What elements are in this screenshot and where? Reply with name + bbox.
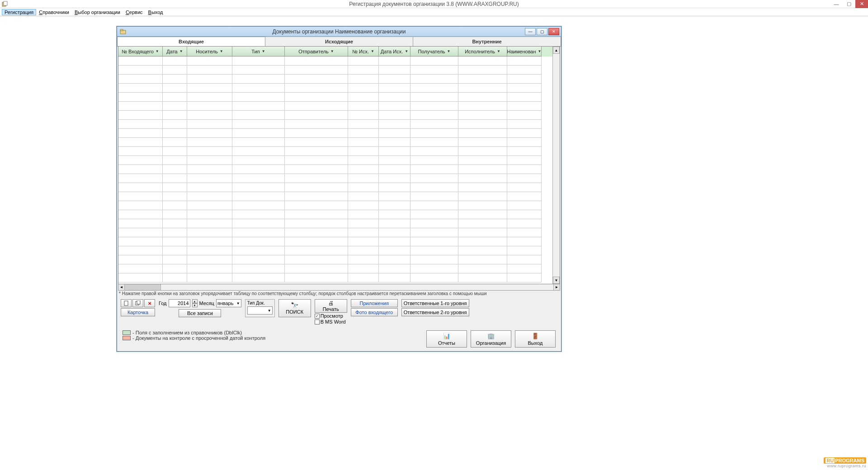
incoming-photo-button[interactable]: Фото входящего <box>351 308 398 316</box>
tab-internal[interactable]: Внутренние <box>413 37 561 46</box>
table-row[interactable] <box>118 183 552 192</box>
menu-choose-org[interactable]: Выбор организации <box>72 9 123 15</box>
responsible-level1-button[interactable]: Ответственные 1-го уровня <box>401 299 469 307</box>
scroll-right-arrow-icon[interactable]: ► <box>553 284 560 290</box>
table-row[interactable] <box>118 66 552 75</box>
table-row[interactable] <box>118 120 552 129</box>
all-records-button[interactable]: Все записи <box>179 309 221 317</box>
menu-exit[interactable]: Выход <box>146 9 166 15</box>
print-button[interactable]: 🖨 Печать <box>315 299 347 313</box>
table-row[interactable] <box>118 56 552 66</box>
table-cell <box>285 75 348 84</box>
table-cell <box>187 111 232 120</box>
table-cell <box>163 156 187 165</box>
table-cell <box>163 75 187 84</box>
vertical-scrollbar[interactable]: ▲ ▼ <box>552 47 560 284</box>
table-row[interactable] <box>118 84 552 93</box>
menu-references[interactable]: Справочники <box>36 9 72 15</box>
table-cell <box>118 273 163 282</box>
copy-document-button[interactable] <box>132 299 143 307</box>
msword-checkbox[interactable] <box>315 320 320 324</box>
column-header[interactable]: № Входящего▼ <box>118 47 163 56</box>
table-row[interactable] <box>118 192 552 201</box>
column-header[interactable]: Дата Исх.▼ <box>379 47 410 56</box>
table-row[interactable] <box>118 93 552 102</box>
table-row[interactable] <box>118 264 552 273</box>
exit-button[interactable]: 🚪 Выход <box>515 330 556 348</box>
table-cell <box>458 111 507 120</box>
new-document-button[interactable] <box>121 299 132 307</box>
delete-document-button[interactable]: ✕ <box>144 299 155 307</box>
table-row[interactable] <box>118 138 552 147</box>
column-header[interactable]: Тип▼ <box>232 47 285 56</box>
card-button[interactable]: Карточка <box>121 308 155 316</box>
table-row[interactable] <box>118 237 552 246</box>
column-header[interactable]: Дата▼ <box>163 47 187 56</box>
footer-buttons: 📊 Отчеты 🏢 Организация 🚪 Выход <box>426 330 556 348</box>
mdi-maximize-button[interactable]: ▢ <box>537 28 547 35</box>
year-input[interactable] <box>169 299 190 307</box>
organization-button[interactable]: 🏢 Организация <box>471 330 511 348</box>
table-cell <box>232 75 285 84</box>
month-select[interactable]: январь▼ <box>216 299 241 307</box>
svg-rect-1 <box>4 1 7 5</box>
table-cell <box>285 129 348 138</box>
table-cell <box>348 66 379 75</box>
table-cell <box>118 228 163 237</box>
table-row[interactable] <box>118 273 552 282</box>
table-row[interactable] <box>118 219 552 228</box>
column-header[interactable]: Отправитель▼ <box>285 47 348 56</box>
tab-outgoing[interactable]: Исходящие <box>265 37 413 46</box>
app-close-button[interactable]: ✕ <box>855 0 868 8</box>
attachments-button[interactable]: Приложения <box>351 299 398 307</box>
table-cell <box>379 93 410 102</box>
table-cell <box>118 210 163 219</box>
mdi-close-button[interactable]: ✕ <box>548 28 559 35</box>
mdi-minimize-button[interactable]: — <box>525 28 536 35</box>
table-row[interactable] <box>118 228 552 237</box>
column-header[interactable]: Носитель▼ <box>187 47 232 56</box>
menu-service[interactable]: Сервис <box>123 9 146 15</box>
table-row[interactable] <box>118 102 552 111</box>
table-row[interactable] <box>118 165 552 174</box>
table-cell <box>507 201 542 210</box>
table-row[interactable] <box>118 255 552 264</box>
app-minimize-button[interactable]: — <box>830 0 843 8</box>
preview-checkbox[interactable]: ✓ <box>315 314 320 319</box>
year-spinner[interactable]: ▲▼ <box>192 299 198 307</box>
table-cell <box>458 237 507 246</box>
tab-incoming[interactable]: Входящие <box>117 37 265 46</box>
table-row[interactable] <box>118 147 552 156</box>
column-header[interactable]: Получатель▼ <box>410 47 458 56</box>
column-header[interactable]: Наименован▼ <box>507 47 542 56</box>
table-row[interactable] <box>118 111 552 120</box>
horizontal-scrollbar[interactable]: ◄ ► <box>118 284 560 291</box>
table-cell <box>348 84 379 93</box>
search-button[interactable]: 🔭 ПОИСК <box>278 299 311 317</box>
table-row[interactable] <box>118 174 552 183</box>
table-row[interactable] <box>118 246 552 255</box>
doc-type-select[interactable]: ▼ <box>247 306 273 315</box>
table-row[interactable] <box>118 129 552 138</box>
table-cell <box>232 228 285 237</box>
scroll-down-arrow-icon[interactable]: ▼ <box>553 277 560 284</box>
column-header[interactable]: № Исх.▼ <box>348 47 379 56</box>
table-row[interactable] <box>118 201 552 210</box>
table-cell <box>410 183 458 192</box>
table-row[interactable] <box>118 75 552 84</box>
reports-button[interactable]: 📊 Отчеты <box>426 330 467 348</box>
folder-icon <box>120 28 126 35</box>
menu-registration[interactable]: Регистрация <box>2 9 36 15</box>
column-header[interactable]: Исполнитель▼ <box>458 47 507 56</box>
app-maximize-button[interactable]: ▢ <box>843 0 855 8</box>
table-cell <box>507 165 542 174</box>
scroll-thumb[interactable] <box>125 284 161 290</box>
responsible-level2-button[interactable]: Ответственные 2-го уровня <box>401 308 469 316</box>
scroll-left-arrow-icon[interactable]: ◄ <box>118 284 125 290</box>
table-row[interactable] <box>118 156 552 165</box>
grid-hint: * Нажатие правой кнопки на заголовок упо… <box>117 291 561 296</box>
table-cell <box>410 246 458 255</box>
scroll-up-arrow-icon[interactable]: ▲ <box>553 47 560 54</box>
printer-icon: 🖨 <box>328 300 334 306</box>
table-row[interactable] <box>118 210 552 219</box>
